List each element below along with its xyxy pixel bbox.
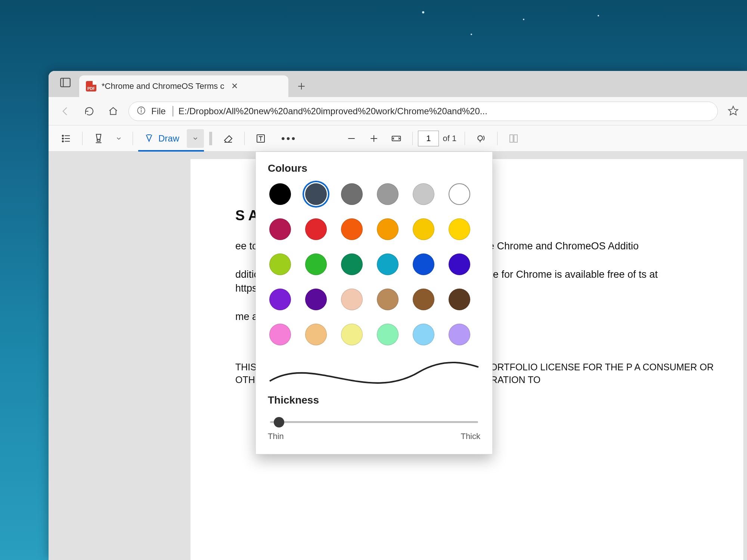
pdf-toolbar: Draw ••• of 1 <box>49 125 747 152</box>
thickness-heading: Thickness <box>268 394 480 406</box>
close-tab-icon[interactable]: ✕ <box>231 81 238 91</box>
colour-swatch[interactable] <box>269 218 291 240</box>
colour-swatch[interactable] <box>377 324 399 345</box>
colour-swatch[interactable] <box>413 218 434 240</box>
draw-tool-group: Draw <box>138 125 204 151</box>
colour-swatch[interactable] <box>305 289 327 310</box>
separator <box>244 132 245 145</box>
thickness-slider[interactable] <box>268 414 480 429</box>
colour-swatch[interactable] <box>341 324 363 345</box>
new-tab-button[interactable] <box>288 75 314 97</box>
colour-swatch[interactable] <box>341 183 363 205</box>
colour-swatch[interactable] <box>341 218 363 240</box>
colour-swatch[interactable] <box>305 218 327 240</box>
fit-width-button[interactable] <box>385 129 407 148</box>
separator <box>133 132 133 145</box>
zoom-in-button[interactable] <box>363 129 385 148</box>
url-scheme: File <box>151 106 173 116</box>
colour-swatch[interactable] <box>449 289 470 310</box>
svg-point-10 <box>62 138 63 139</box>
colour-swatch[interactable] <box>413 253 434 275</box>
add-text-button[interactable] <box>250 129 272 148</box>
colour-swatch[interactable] <box>413 183 434 205</box>
browser-window: PDF *Chrome and ChromeOS Terms c ✕ File … <box>49 71 747 560</box>
colour-swatch[interactable] <box>305 324 327 345</box>
colour-swatch-grid <box>268 182 480 353</box>
colour-swatch[interactable] <box>377 253 399 275</box>
separator <box>82 132 83 145</box>
colour-swatch[interactable] <box>377 289 399 310</box>
erase-button[interactable] <box>217 129 239 148</box>
home-button[interactable] <box>105 103 122 120</box>
svg-point-6 <box>141 108 141 108</box>
page-total-label: of 1 <box>440 134 459 143</box>
colour-swatch[interactable] <box>269 289 291 310</box>
colour-swatch[interactable] <box>413 289 434 310</box>
contents-button[interactable] <box>55 129 77 148</box>
slider-thumb[interactable] <box>274 417 284 427</box>
tab-title: *Chrome and ChromeOS Terms c <box>102 81 224 91</box>
colour-swatch[interactable] <box>413 324 434 345</box>
separator <box>412 132 413 145</box>
url-box[interactable]: File E:/Dropbox/All%20new%20and%20improv… <box>128 102 718 121</box>
colours-heading: Colours <box>268 162 480 174</box>
favorite-button[interactable] <box>728 105 739 118</box>
thick-label: Thick <box>461 432 480 441</box>
svg-point-23 <box>478 136 483 140</box>
colour-swatch[interactable] <box>449 324 470 345</box>
svg-point-12 <box>62 140 63 141</box>
draw-dropdown-button[interactable] <box>187 129 204 148</box>
colour-swatch[interactable] <box>269 183 291 205</box>
refresh-button[interactable] <box>81 103 98 120</box>
separator <box>465 132 465 145</box>
more-tools-button[interactable]: ••• <box>272 129 306 148</box>
colour-swatch[interactable] <box>377 183 399 205</box>
colour-swatch[interactable] <box>341 253 363 275</box>
svg-point-8 <box>62 135 63 136</box>
dots-icon: ••• <box>278 133 300 144</box>
colour-swatch[interactable] <box>377 218 399 240</box>
colour-swatch[interactable] <box>269 324 291 345</box>
svg-rect-0 <box>61 78 70 87</box>
svg-marker-7 <box>729 106 738 115</box>
draw-options-popover: Colours Thickness Thin Thick <box>255 152 493 454</box>
colour-swatch[interactable] <box>449 218 470 240</box>
back-button[interactable] <box>57 103 74 120</box>
stroke-preview <box>268 360 480 389</box>
tab-bar: PDF *Chrome and ChromeOS Terms c ✕ <box>49 71 747 97</box>
colour-swatch[interactable] <box>449 253 470 275</box>
svg-rect-26 <box>514 135 517 142</box>
page-view-button[interactable] <box>503 129 524 148</box>
zoom-out-button[interactable] <box>341 129 362 148</box>
tab-actions-button[interactable] <box>55 71 79 97</box>
draw-button[interactable]: Draw <box>138 129 187 148</box>
draw-label: Draw <box>158 133 179 144</box>
thin-label: Thin <box>268 432 284 441</box>
site-info-icon[interactable] <box>136 106 146 117</box>
url-path: E:/Dropbox/All%20new%20and%20improved%20… <box>179 106 487 116</box>
read-aloud-button[interactable] <box>470 129 492 148</box>
colour-swatch[interactable] <box>305 183 327 205</box>
page-number-input[interactable] <box>418 131 439 146</box>
colour-swatch[interactable] <box>341 289 363 310</box>
highlight-button[interactable] <box>88 129 109 148</box>
colour-swatch[interactable] <box>305 253 327 275</box>
browser-tab[interactable]: PDF *Chrome and ChromeOS Terms c ✕ <box>79 75 288 97</box>
svg-rect-25 <box>510 135 513 142</box>
colour-swatch[interactable] <box>269 253 291 275</box>
highlight-dropdown[interactable] <box>110 129 127 148</box>
pdf-file-icon: PDF <box>86 81 96 91</box>
address-bar: File E:/Dropbox/All%20new%20and%20improv… <box>49 97 747 125</box>
separator <box>497 132 498 145</box>
colour-swatch[interactable] <box>449 183 470 205</box>
